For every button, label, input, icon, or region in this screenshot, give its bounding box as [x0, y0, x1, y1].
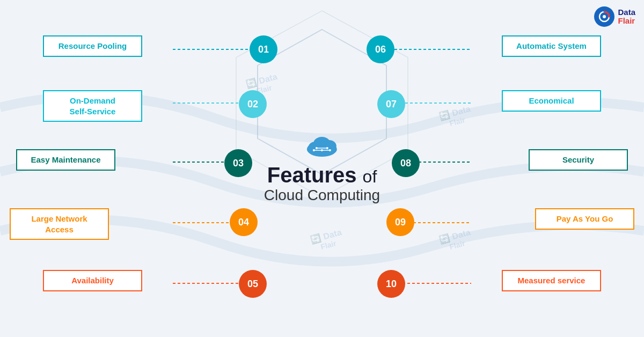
svg-point-19 — [329, 149, 331, 151]
svg-point-24 — [603, 15, 606, 18]
feature-box-availability: Availability — [43, 270, 142, 291]
feature-box-security: Security — [529, 149, 628, 171]
svg-point-22 — [326, 147, 328, 149]
feature-box-measured-service: Measured service — [502, 270, 601, 291]
number-08: 08 — [392, 149, 420, 177]
main-subtitle: Cloud Computing — [264, 187, 380, 204]
main-title: Features of — [264, 163, 380, 187]
svg-point-21 — [316, 147, 318, 149]
logo: Data Flair — [594, 6, 635, 27]
number-09: 09 — [386, 208, 414, 236]
svg-point-20 — [321, 149, 323, 151]
feature-box-on-demand: On-DemandSelf-Service — [43, 90, 142, 122]
center-content: Features of Cloud Computing — [264, 133, 380, 204]
feature-box-large-network: Large NetworkAccess — [10, 208, 109, 240]
cloud-icon — [264, 133, 380, 160]
feature-box-economical: Economical — [502, 90, 601, 112]
feature-box-automatic-system: Automatic System — [502, 35, 601, 57]
number-07: 07 — [377, 90, 405, 118]
feature-box-resource-pooling: Resource Pooling — [43, 35, 142, 57]
feature-box-easy-maintenance: Easy Maintenance — [16, 149, 115, 171]
number-05: 05 — [239, 270, 267, 298]
number-02: 02 — [239, 90, 267, 118]
number-01: 01 — [250, 35, 277, 63]
svg-point-18 — [313, 149, 315, 151]
number-06: 06 — [367, 35, 394, 63]
logo-icon — [594, 6, 614, 27]
logo-text: Data Flair — [618, 8, 635, 26]
feature-box-pay-as-you-go: Pay As You Go — [535, 208, 634, 230]
number-04: 04 — [230, 208, 258, 236]
number-03: 03 — [224, 149, 252, 177]
number-10: 10 — [377, 270, 405, 298]
